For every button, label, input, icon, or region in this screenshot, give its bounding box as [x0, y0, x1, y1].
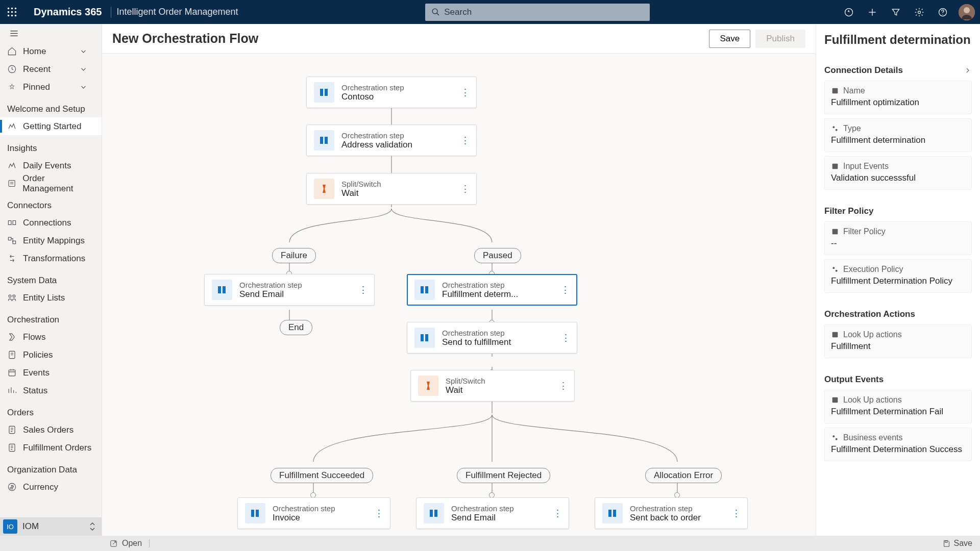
svg-line-10 [437, 13, 439, 15]
node-send-email[interactable]: Orchestration stepSend Email ⋮ [204, 274, 375, 306]
filter-icon[interactable] [884, 0, 908, 24]
sidebar-footer[interactable]: IO IOM [0, 517, 102, 536]
pill-fulfillment-succeeded[interactable]: Fulfillment Succeeded [271, 468, 373, 483]
section-connection-details[interactable]: Connection Details [824, 65, 972, 76]
sidebar-item-recent[interactable]: Recent [0, 60, 102, 78]
svg-point-29 [13, 295, 15, 297]
sidebar-item-events[interactable]: Events [0, 364, 102, 382]
gear-icon[interactable] [908, 0, 931, 24]
svg-point-14 [918, 11, 921, 13]
pill-fulfillment-rejected[interactable]: Fulfillment Rejected [457, 468, 550, 483]
search-input[interactable]: Search [425, 4, 650, 21]
svg-rect-31 [9, 370, 15, 376]
search-placeholder: Search [444, 7, 472, 17]
prop-card[interactable]: NameFulfillment optimization [824, 81, 972, 114]
prop-card[interactable]: Filter Policy-- [824, 221, 972, 255]
prop-card[interactable]: Look Up actionsFulfillment Determination… [824, 390, 972, 423]
node-wait-1[interactable]: Split/SwitchWait ⋮ [306, 173, 477, 205]
step-icon [314, 130, 334, 151]
svg-rect-58 [425, 334, 428, 341]
app-name[interactable]: Dynamics 365 [24, 6, 111, 18]
sidebar-item-status[interactable]: Status [0, 382, 102, 399]
hamburger-icon[interactable] [0, 24, 102, 42]
node-sent-back[interactable]: Orchestration stepSent back to order ⋮ [595, 497, 748, 529]
pill-failure[interactable]: Failure [272, 248, 316, 263]
svg-rect-49 [320, 89, 323, 96]
prop-card[interactable]: Execution PolicyFulfillment Determinatio… [824, 259, 972, 293]
sidebar-item-entity-lists[interactable]: Entity Lists [0, 289, 102, 307]
status-bar: Open Save [0, 536, 980, 551]
node-send-fulfillment[interactable]: Orchestration stepSend to fulfillment ⋮ [407, 322, 577, 354]
svg-rect-56 [425, 286, 428, 293]
sidebar-item-currency[interactable]: Currency [0, 478, 102, 496]
svg-point-2 [15, 8, 17, 10]
svg-point-3 [8, 11, 10, 13]
sidebar-item-home[interactable]: Home [0, 42, 102, 60]
section-filter-policy[interactable]: Filter Policy [824, 206, 972, 216]
prop-card[interactable]: TypeFulfillment determination [824, 118, 972, 152]
more-icon[interactable]: ⋮ [553, 512, 562, 515]
sidebar-item-daily-events[interactable]: Daily Events [0, 157, 102, 174]
sidebar-item-entity-mappings[interactable]: Entity Mappings [0, 232, 102, 249]
properties-title: Fulfillment determination [816, 24, 980, 58]
assistant-icon[interactable] [837, 0, 861, 24]
split-icon [418, 375, 438, 396]
more-icon[interactable]: ⋮ [561, 337, 571, 339]
node-send-email-2[interactable]: Orchestration stepSend Email ⋮ [416, 497, 569, 529]
sidebar-item-flows[interactable]: Flows [0, 328, 102, 346]
avatar[interactable] [959, 4, 975, 20]
pill-paused[interactable]: Paused [474, 248, 521, 263]
sidebar-item-order-mgmt[interactable]: Order Management [0, 174, 102, 192]
save-button[interactable]: Save [709, 30, 750, 48]
section-output-events[interactable]: Output Events [824, 374, 972, 385]
svg-point-7 [11, 15, 13, 17]
sidebar-item-connections[interactable]: Connections [0, 214, 102, 232]
node-fulfillment-determination[interactable]: Orchestration stepFulfillment determ... … [407, 274, 577, 306]
node-address-validation[interactable]: Orchestration stepAddress validation ⋮ [306, 124, 477, 156]
sidebar-item-transformations[interactable]: Transformations [0, 249, 102, 267]
more-icon[interactable]: ⋮ [374, 512, 384, 515]
sidebar-item-pinned[interactable]: Pinned [0, 78, 102, 96]
svg-point-5 [15, 11, 17, 13]
svg-rect-77 [945, 540, 947, 542]
sidebar-item-fulfillment-orders[interactable]: Fulfillment Orders [0, 439, 102, 457]
sidebar-group: Orchestration [0, 307, 102, 328]
status-open[interactable]: Open [122, 539, 142, 548]
step-icon [414, 280, 435, 300]
node-contoso[interactable]: Orchestration stepContoso ⋮ [306, 77, 477, 108]
section-orchestration-actions[interactable]: Orchestration Actions [824, 309, 972, 319]
more-icon[interactable]: ⋮ [460, 188, 470, 190]
more-icon[interactable]: ⋮ [460, 91, 470, 94]
status-save[interactable]: Save [954, 539, 972, 548]
more-icon[interactable]: ⋮ [558, 385, 568, 387]
waffle-icon[interactable] [0, 0, 24, 24]
open-icon[interactable] [109, 539, 118, 548]
prop-card[interactable]: Input EventsValidation successsful [824, 156, 972, 190]
prop-card[interactable]: Business eventsFulfillment Determination… [824, 428, 972, 461]
pill-allocation-error[interactable]: Allocation Error [645, 468, 722, 483]
prop-card[interactable]: Look Up actionsFulfillment [824, 324, 972, 358]
save-icon[interactable] [942, 539, 951, 548]
node-invoice[interactable]: Orchestration stepInvoice ⋮ [237, 497, 390, 529]
more-icon[interactable]: ⋮ [358, 289, 368, 291]
flow-canvas[interactable]: Failure Paused End Fulfillment Succeeded… [102, 54, 816, 536]
help-icon[interactable] [931, 0, 954, 24]
svg-rect-54 [223, 286, 226, 293]
svg-rect-50 [325, 89, 328, 96]
svg-point-4 [11, 11, 13, 13]
pill-end[interactable]: End [280, 320, 312, 335]
svg-point-67 [836, 129, 838, 131]
page-title: New Orchestration Flow [112, 31, 258, 46]
node-wait-2[interactable]: Split/SwitchWait ⋮ [410, 370, 575, 402]
add-icon[interactable] [861, 0, 884, 24]
svg-rect-59 [251, 510, 254, 517]
sidebar-group: Insights [0, 135, 102, 157]
more-icon[interactable]: ⋮ [731, 512, 741, 515]
sidebar-item-sales-orders[interactable]: Sales Orders [0, 421, 102, 439]
more-icon[interactable]: ⋮ [460, 139, 470, 142]
svg-rect-27 [13, 241, 16, 244]
sidebar-item-policies[interactable]: Policies [0, 346, 102, 364]
sidebar-item-getting-started[interactable]: Getting Started [0, 117, 102, 135]
svg-rect-61 [430, 510, 433, 517]
more-icon[interactable]: ⋮ [560, 289, 570, 291]
